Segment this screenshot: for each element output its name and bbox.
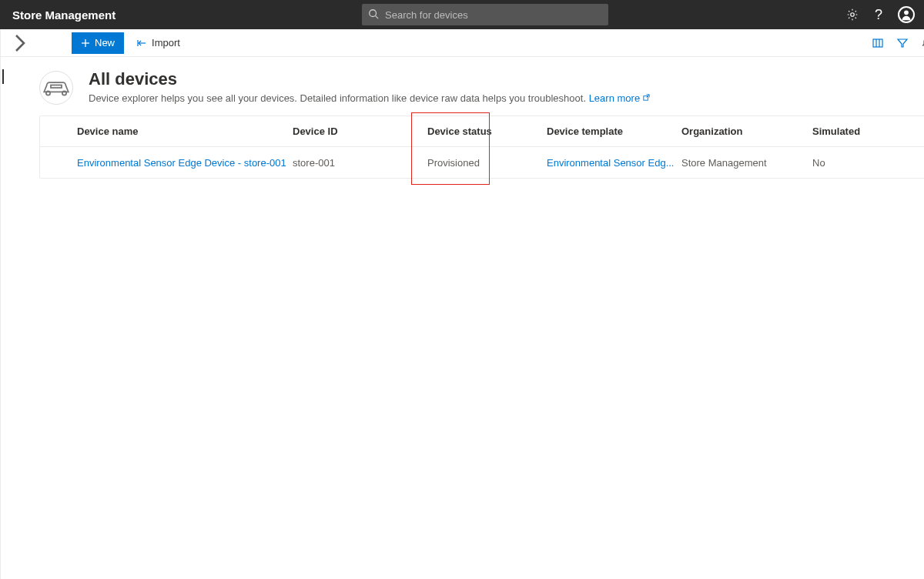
svg-marker-50 <box>898 39 907 47</box>
settings-icon[interactable] <box>845 8 859 22</box>
col-device-template[interactable]: Device template <box>547 126 681 137</box>
cell-organization: Store Management <box>681 157 812 169</box>
svg-point-2 <box>851 13 855 17</box>
new-label: New <box>95 37 115 49</box>
table-header-row: Device name Device ID Device status Devi… <box>40 116 924 147</box>
search-icon <box>368 8 379 19</box>
help-icon[interactable]: ? <box>872 8 886 22</box>
cell-device-status: Provisioned <box>427 157 547 169</box>
plus-icon <box>81 38 90 48</box>
account-icon[interactable] <box>898 6 915 23</box>
svg-point-3 <box>904 10 909 15</box>
learn-more-link[interactable]: Learn more <box>589 92 640 104</box>
search-wrap <box>362 4 608 25</box>
col-device-name[interactable]: Device name <box>77 126 293 137</box>
svg-point-52 <box>46 91 50 95</box>
svg-rect-51 <box>51 85 62 89</box>
top-header: Store Management ? <box>0 0 924 29</box>
col-simulated[interactable]: Simulated <box>812 126 889 137</box>
page-header: All devices Device explorer helps you se… <box>39 69 924 115</box>
columns-icon[interactable] <box>872 37 884 49</box>
svg-rect-47 <box>873 39 882 47</box>
svg-line-1 <box>376 16 379 19</box>
col-organization[interactable]: Organization <box>681 126 812 137</box>
cell-device-template[interactable]: Environmental Sensor Edg... <box>547 157 681 169</box>
search-input[interactable] <box>362 4 608 25</box>
cell-device-name[interactable]: Environmental Sensor Edge Device - store… <box>77 157 293 169</box>
toolbar: New Import <box>1 29 924 57</box>
devices-page-icon <box>39 71 73 105</box>
filter-icon[interactable] <box>896 37 909 49</box>
main-content: New Import <box>1 29 924 579</box>
cell-simulated: No <box>812 157 889 169</box>
header-right: ? <box>845 6 915 23</box>
chevron-right-icon[interactable] <box>7 29 32 57</box>
bell-icon[interactable] <box>921 37 924 49</box>
import-button[interactable]: Import <box>127 32 189 54</box>
page-subtitle: Device explorer helps you see all your d… <box>89 92 651 104</box>
col-device-status[interactable]: Device status <box>427 126 547 137</box>
svg-point-53 <box>62 91 66 95</box>
svg-point-0 <box>370 10 377 17</box>
app-title: Store Management <box>12 8 116 22</box>
external-link-icon <box>642 92 651 101</box>
devices-table: Device name Device ID Device status Devi… <box>39 115 924 179</box>
page-title: All devices <box>89 69 651 89</box>
col-device-id[interactable]: Device ID <box>293 126 427 137</box>
table-row[interactable]: Environmental Sensor Edge Device - store… <box>40 147 924 178</box>
import-icon <box>136 38 147 49</box>
new-button[interactable]: New <box>72 32 124 54</box>
cell-device-id: store-001 <box>293 157 427 169</box>
import-label: Import <box>152 37 180 49</box>
